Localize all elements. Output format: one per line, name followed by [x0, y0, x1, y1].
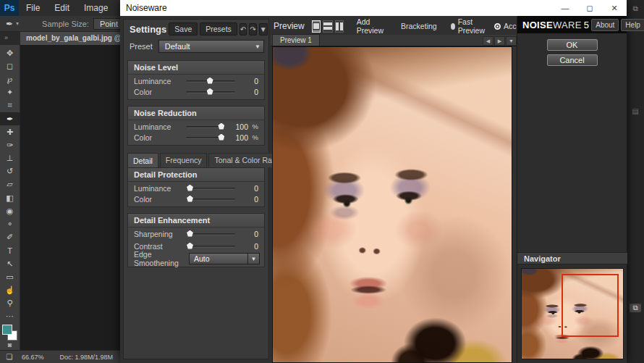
panel-dock-icon[interactable]: ▤ — [627, 107, 644, 115]
brand-main: NOISE — [522, 20, 553, 30]
status-doc-size: Doc: 1.98M/1.98M — [60, 354, 114, 361]
color-slider[interactable] — [186, 88, 235, 96]
dialog-title-bar[interactable]: Noiseware — ◻ ✕ — [120, 0, 627, 16]
edge-smoothening-row: Edge Smoothening Auto ▼ — [128, 252, 264, 267]
radio-checked-icon — [494, 23, 501, 30]
bracketing-button[interactable]: Bracketing — [394, 20, 444, 33]
path-selection-tool[interactable]: ↖ — [0, 257, 20, 270]
marquee-tool[interactable]: ◻ — [0, 59, 20, 72]
horizontal-split-icon — [323, 22, 332, 30]
row-label: Color — [134, 133, 180, 142]
panel-dock-strip: ⧉ ▤ ⧉ — [627, 0, 644, 363]
about-button[interactable]: About — [591, 19, 619, 31]
panel-expand-icon[interactable]: ⧉ — [630, 304, 641, 312]
row-unit: % — [248, 133, 258, 141]
eyedropper-tool[interactable]: ✒ — [0, 112, 20, 125]
noise-reduction-section: Noise Reduction Luminance 100 % Color 10… — [127, 106, 265, 146]
move-tool[interactable]: ✥ — [0, 46, 20, 59]
chevron-down-icon[interactable]: ▾ — [16, 20, 19, 27]
eyedropper-icon[interactable]: ✒ — [6, 19, 13, 29]
clone-stamp-tool[interactable]: ⊥ — [0, 152, 20, 165]
cancel-button[interactable]: Cancel — [547, 54, 598, 66]
document-tab[interactable]: model_by_gala_galbi.jpg @ 66.7% (R — [20, 32, 120, 45]
save-button[interactable]: Save — [169, 22, 198, 36]
hand-tool[interactable]: ☝ — [0, 283, 20, 296]
noise-level-luminance-row: Luminance 0 — [128, 75, 264, 87]
presets-button[interactable]: Presets — [200, 22, 237, 36]
row-value: 0 — [241, 184, 258, 193]
menu-image[interactable]: Image — [77, 0, 115, 16]
canvas-area — [20, 45, 120, 350]
status-bar: ❏ 66.67% Doc: 1.98M/1.98M — [0, 350, 120, 363]
menu-edit[interactable]: Edit — [47, 0, 77, 16]
redo-icon[interactable]: ↷ — [249, 23, 256, 36]
dialog-body: Settings Save Presets ↶ ↷ ▼ Preset Defau… — [120, 16, 627, 363]
vertical-split-view-button[interactable] — [335, 20, 344, 33]
pen-tool[interactable]: ✐ — [0, 231, 20, 244]
brand-sub: WARE — [553, 20, 582, 30]
tab-menu-icon[interactable]: ▼ — [506, 36, 517, 46]
fast-preview-radio[interactable]: Fast Preview — [451, 17, 487, 35]
quick-mask-icon[interactable]: ◙ — [8, 341, 12, 350]
foreground-color-swatch[interactable] — [2, 325, 12, 335]
preset-dropdown[interactable]: Default ▼ — [158, 40, 264, 53]
sharpening-slider[interactable] — [186, 230, 235, 238]
row-label: Contrast — [134, 242, 180, 251]
preview-tab[interactable]: Preview 1 — [272, 34, 320, 46]
status-zoom-level[interactable]: 66.67% — [22, 354, 44, 361]
quick-selection-tool[interactable]: ✦ — [0, 86, 20, 99]
lasso-tool[interactable]: ℘ — [0, 72, 20, 85]
blur-tool[interactable]: ◉ — [0, 204, 20, 217]
dialog-title: Noiseware — [126, 3, 553, 13]
undo-icon[interactable]: ↶ — [240, 23, 247, 36]
preview-image[interactable] — [272, 46, 512, 363]
brush-tool[interactable]: ✑ — [0, 138, 20, 151]
gradient-tool[interactable]: ◧ — [0, 191, 20, 204]
rectangle-tool[interactable]: ▭ — [0, 270, 20, 283]
tab-prev-icon[interactable]: ◀ — [483, 36, 493, 46]
healing-brush-tool[interactable]: ✚ — [0, 125, 20, 138]
navigator-view-rect[interactable] — [562, 274, 619, 337]
add-preview-button[interactable]: Add Preview — [350, 15, 390, 37]
ok-button[interactable]: OK — [547, 39, 598, 51]
edge-smoothening-select[interactable]: Auto — [189, 253, 248, 264]
history-brush-tool[interactable]: ↺ — [0, 165, 20, 178]
settings-menu-icon[interactable]: ▼ — [259, 23, 268, 36]
protection-color-slider[interactable] — [186, 196, 235, 203]
luminance-reduction-slider[interactable] — [186, 123, 225, 130]
type-tool[interactable]: T — [0, 244, 20, 257]
noiseware-dialog: Noiseware — ◻ ✕ Settings Save Presets ↶ … — [120, 0, 627, 363]
screen-mode-icon[interactable]: ❏ — [0, 353, 19, 361]
eraser-tool[interactable]: ▱ — [0, 178, 20, 191]
tab-next-icon[interactable]: ▶ — [494, 36, 505, 46]
crop-tool[interactable]: ⌗ — [0, 99, 20, 112]
zoom-tool[interactable]: ⚲ — [0, 297, 20, 310]
tab-frequency[interactable]: Frequency — [160, 153, 208, 167]
color-reduction-slider[interactable] — [186, 134, 225, 141]
tool-list: ✥◻℘✦⌗✒✚✑⊥↺▱◧◉⚬✐T↖▭☝⚲⋯ — [0, 46, 20, 323]
row-label: Sharpening — [134, 230, 180, 238]
close-button[interactable]: ✕ — [602, 4, 627, 13]
plugin-brand: NOISEWARE5 — [522, 20, 589, 30]
chevron-down-icon[interactable]: ▼ — [248, 253, 260, 264]
brand-version: 5 — [584, 20, 590, 30]
detail-tabs: DetailFrequencyTonal & Color Range — [127, 153, 265, 167]
menu-file[interactable]: File — [19, 0, 47, 16]
panel-collapse-icon[interactable]: ⧉ — [627, 4, 644, 13]
maximize-button[interactable]: ◻ — [577, 4, 602, 13]
help-button[interactable]: Help — [621, 19, 644, 31]
contrast-slider[interactable] — [186, 243, 235, 250]
dodge-tool[interactable]: ⚬ — [0, 217, 20, 230]
more-options[interactable]: ⋯ — [0, 310, 20, 323]
luminance-slider[interactable] — [186, 78, 235, 85]
tab-detail[interactable]: Detail — [127, 153, 158, 167]
horizontal-split-view-button[interactable] — [323, 20, 333, 33]
navigator-panel: Navigator — [517, 252, 627, 363]
minimize-button[interactable]: — — [553, 4, 577, 12]
plugin-right-panel: NOISEWARE5 About Help OK Cancel Navigato… — [517, 16, 627, 363]
navigator-thumbnail[interactable] — [521, 268, 624, 359]
single-view-button[interactable] — [312, 20, 321, 33]
protection-luminance-slider[interactable] — [186, 185, 235, 192]
collapse-toolbar-icon[interactable]: » — [0, 32, 20, 45]
row-label: Luminance — [134, 184, 180, 193]
